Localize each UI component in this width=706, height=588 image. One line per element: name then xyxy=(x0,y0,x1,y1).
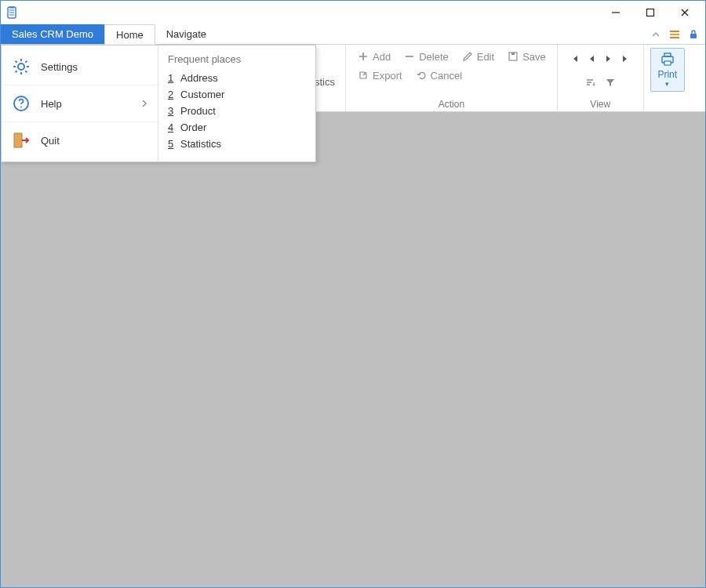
filter-button[interactable] xyxy=(602,74,618,90)
minus-icon xyxy=(403,50,416,63)
ribbon-peek-label: stics xyxy=(315,76,335,88)
sort-button[interactable] xyxy=(582,74,598,90)
delete-button[interactable]: Delete xyxy=(398,48,453,65)
app-menu-left: Settings Help Quit xyxy=(2,45,158,162)
exit-icon xyxy=(11,130,31,151)
floppy-icon xyxy=(507,50,519,63)
place-label: Product xyxy=(180,105,216,117)
app-icon xyxy=(4,6,20,19)
pencil-icon xyxy=(461,50,474,63)
plus-icon xyxy=(357,50,369,63)
print-label: Print xyxy=(657,69,677,80)
svg-rect-4 xyxy=(511,53,515,55)
help-label: Help xyxy=(41,98,131,110)
app-menu-settings[interactable]: Settings xyxy=(2,49,158,85)
gear-icon xyxy=(11,56,31,77)
last-record-button[interactable] xyxy=(618,51,634,67)
svg-rect-6 xyxy=(664,53,671,56)
frequent-place-address[interactable]: 1 Address xyxy=(166,70,308,86)
window-controls xyxy=(599,2,702,24)
place-label: Statistics xyxy=(180,138,221,150)
delete-label: Delete xyxy=(419,51,449,63)
chevron-right-icon xyxy=(140,100,148,107)
frequent-places-heading: Frequent places xyxy=(166,50,308,70)
place-label: Order xyxy=(180,122,206,133)
record-navigation xyxy=(566,48,634,67)
edit-button[interactable]: Edit xyxy=(457,48,499,65)
app-menu-right: Frequent places 1 Address 2 Customer 3 P… xyxy=(158,45,315,162)
next-record-button[interactable] xyxy=(601,51,617,67)
undo-icon xyxy=(415,69,428,82)
collapse-ribbon-icon[interactable] xyxy=(649,27,663,42)
lock-icon[interactable] xyxy=(686,27,701,42)
help-icon xyxy=(11,93,31,114)
content-area xyxy=(1,112,705,587)
app-menu: Settings Help Quit xyxy=(1,45,316,162)
ribbon-group-print: Print ▾ xyxy=(644,45,691,111)
frequent-place-statistics[interactable]: 5 Statistics xyxy=(166,136,308,152)
first-record-button[interactable] xyxy=(566,51,582,67)
tab-navigate[interactable]: Navigate xyxy=(155,24,217,44)
frequent-place-order[interactable]: 4 Order xyxy=(166,119,308,136)
frequent-place-customer[interactable]: 2 Customer xyxy=(166,86,308,103)
view-group-label: View xyxy=(564,97,637,110)
ribbon-group-view: View xyxy=(558,45,644,111)
save-label: Save xyxy=(522,51,546,63)
app-tab[interactable]: Sales CRM Demo xyxy=(1,24,104,44)
close-button[interactable] xyxy=(668,2,702,24)
svg-rect-1 xyxy=(647,9,654,16)
app-menu-quit[interactable]: Quit xyxy=(2,122,158,158)
prev-record-button[interactable] xyxy=(584,51,599,67)
place-label: Address xyxy=(180,72,218,84)
minimize-button[interactable] xyxy=(599,2,633,24)
chevron-down-icon: ▾ xyxy=(665,80,669,88)
maximize-button[interactable] xyxy=(633,2,668,24)
svg-point-8 xyxy=(18,64,24,70)
menubar: Sales CRM Demo Home Navigate xyxy=(1,24,705,45)
print-button[interactable]: Print ▾ xyxy=(650,48,685,92)
export-icon xyxy=(357,69,369,82)
export-button[interactable]: Export xyxy=(352,67,407,84)
add-button[interactable]: Add xyxy=(352,48,395,65)
svg-point-10 xyxy=(20,107,22,108)
edit-label: Edit xyxy=(477,51,494,63)
svg-rect-11 xyxy=(14,133,22,147)
save-button[interactable]: Save xyxy=(502,48,551,65)
action-group-label: Action xyxy=(352,97,551,110)
svg-rect-7 xyxy=(664,61,671,65)
cancel-button[interactable]: Cancel xyxy=(410,67,467,84)
svg-rect-2 xyxy=(690,34,697,38)
settings-label: Settings xyxy=(41,61,148,73)
brand-icon xyxy=(668,27,682,42)
frequent-place-product[interactable]: 3 Product xyxy=(166,103,308,119)
cancel-label: Cancel xyxy=(431,70,462,82)
tab-home[interactable]: Home xyxy=(104,24,155,45)
quit-label: Quit xyxy=(41,135,148,147)
ribbon-group-action: Add Delete Edit xyxy=(346,45,558,111)
printer-icon xyxy=(659,52,676,67)
export-label: Export xyxy=(373,70,402,82)
titlebar xyxy=(1,1,705,24)
add-label: Add xyxy=(373,51,391,63)
place-label: Customer xyxy=(180,89,224,100)
app-menu-help[interactable]: Help xyxy=(2,85,158,122)
